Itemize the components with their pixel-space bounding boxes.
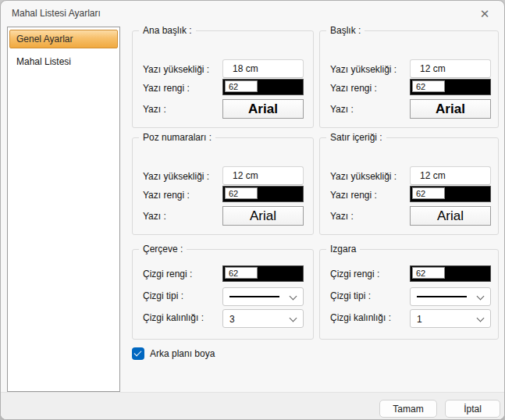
text-color-label: Yazı rengi : bbox=[143, 190, 190, 201]
settings-category-list: Genel Ayarlar Mahal Listesi bbox=[7, 27, 120, 392]
text-height-input[interactable] bbox=[410, 166, 491, 185]
line-color-swatch[interactable] bbox=[410, 265, 491, 282]
group-cerceve: Çerçeve : Çizgi rengi : Çizgi tipi : Çiz… bbox=[132, 249, 314, 340]
line-width-select[interactable]: 1 bbox=[410, 309, 491, 328]
font-label: Yazı : bbox=[143, 104, 166, 115]
line-type-label: Çizgi tipi : bbox=[143, 290, 183, 301]
font-picker-button[interactable]: Arial bbox=[410, 206, 491, 226]
text-height-input[interactable] bbox=[410, 59, 491, 78]
line-type-label: Çizgi tipi : bbox=[330, 290, 371, 301]
line-type-select[interactable] bbox=[410, 287, 491, 306]
close-icon[interactable]: ✕ bbox=[472, 4, 497, 23]
window-title: Mahal Listesi Ayarları bbox=[12, 8, 101, 19]
cancel-button[interactable]: İptal bbox=[445, 400, 500, 418]
sidebar-item-label: Mahal Listesi bbox=[16, 56, 71, 67]
mahal-listesi-ayarlari-dialog: Mahal Listesi Ayarları ✕ Genel Ayarlar M… bbox=[0, 0, 505, 420]
text-color-swatch[interactable] bbox=[410, 79, 491, 95]
line-type-preview-solid bbox=[229, 296, 279, 297]
chevron-down-icon bbox=[290, 293, 297, 301]
text-color-swatch[interactable] bbox=[410, 186, 491, 202]
font-label: Yazı : bbox=[330, 211, 354, 222]
text-height-input[interactable] bbox=[222, 166, 304, 185]
paint-background-label: Arka planı boya bbox=[150, 348, 215, 359]
paint-background-checkbox[interactable]: Arka planı boya bbox=[132, 347, 215, 360]
text-color-label: Yazı rengi : bbox=[143, 83, 190, 94]
line-width-value: 3 bbox=[229, 314, 235, 325]
titlebar: Mahal Listesi Ayarları ✕ bbox=[1, 1, 504, 26]
line-color-index-input[interactable] bbox=[225, 267, 258, 279]
line-width-label: Çizgi kalınlığı : bbox=[143, 312, 204, 323]
group-poz-numaralari: Poz numaraları : Yazı yüksekliği : Yazı … bbox=[132, 137, 314, 235]
dialog-footer: Tamam İptal bbox=[1, 392, 504, 420]
line-width-select[interactable]: 3 bbox=[222, 309, 304, 328]
group-title: Başlık : bbox=[326, 25, 365, 36]
line-type-preview-solid bbox=[417, 296, 467, 297]
text-color-swatch[interactable] bbox=[222, 186, 304, 202]
font-label: Yazı : bbox=[143, 211, 166, 222]
text-height-label: Yazı yüksekliği : bbox=[330, 64, 397, 75]
sidebar-item-mahal-listesi[interactable]: Mahal Listesi bbox=[9, 53, 118, 70]
font-picker-button[interactable]: Arial bbox=[222, 206, 304, 226]
chevron-down-icon bbox=[477, 293, 485, 301]
text-color-index-input[interactable] bbox=[412, 80, 445, 92]
group-baslik: Başlık : Yazı yüksekliği : Yazı rengi : … bbox=[319, 30, 499, 128]
text-height-label: Yazı yüksekliği : bbox=[330, 171, 397, 182]
chevron-down-icon bbox=[477, 315, 485, 322]
group-title: Çerçeve : bbox=[139, 244, 187, 254]
text-color-swatch[interactable] bbox=[222, 79, 304, 95]
line-color-swatch[interactable] bbox=[222, 265, 304, 282]
ok-button[interactable]: Tamam bbox=[379, 400, 437, 418]
group-title: Ana başlık : bbox=[139, 25, 196, 36]
group-ana-baslik: Ana başlık : Yazı yüksekliği : Yazı reng… bbox=[132, 30, 314, 128]
sidebar-item-label: Genel Ayarlar bbox=[16, 34, 73, 44]
checkbox-checked-icon bbox=[132, 347, 144, 360]
line-type-select[interactable] bbox=[222, 287, 304, 306]
group-title: Poz numaraları : bbox=[139, 132, 215, 143]
text-color-index-input[interactable] bbox=[412, 187, 445, 199]
text-color-label: Yazı rengi : bbox=[330, 83, 377, 94]
checkmark-icon bbox=[134, 349, 142, 357]
text-color-label: Yazı rengi : bbox=[330, 190, 377, 201]
line-color-label: Çizgi rengi : bbox=[330, 269, 379, 279]
sidebar-item-genel-ayarlar[interactable]: Genel Ayarlar bbox=[9, 30, 118, 48]
font-picker-button[interactable]: Arial bbox=[222, 99, 304, 119]
line-width-label: Çizgi kalınlığı : bbox=[330, 312, 391, 323]
chevron-down-icon bbox=[290, 315, 297, 322]
font-label: Yazı : bbox=[330, 104, 354, 115]
group-title: Izgara bbox=[326, 244, 360, 254]
text-height-input[interactable] bbox=[222, 59, 304, 78]
group-title: Satır içeriği : bbox=[326, 132, 386, 143]
line-color-label: Çizgi rengi : bbox=[143, 269, 192, 279]
text-color-index-input[interactable] bbox=[225, 80, 258, 92]
font-picker-button[interactable]: Arial bbox=[410, 99, 491, 119]
line-width-value: 1 bbox=[417, 314, 422, 325]
group-izgara: Izgara Çizgi rengi : Çizgi tipi : Çizgi … bbox=[319, 249, 499, 340]
text-height-label: Yazı yüksekliği : bbox=[143, 171, 209, 182]
text-color-index-input[interactable] bbox=[225, 187, 258, 199]
text-height-label: Yazı yüksekliği : bbox=[143, 64, 209, 75]
line-color-index-input[interactable] bbox=[412, 267, 445, 279]
group-satir-icerigi: Satır içeriği : Yazı yüksekliği : Yazı r… bbox=[319, 137, 499, 235]
